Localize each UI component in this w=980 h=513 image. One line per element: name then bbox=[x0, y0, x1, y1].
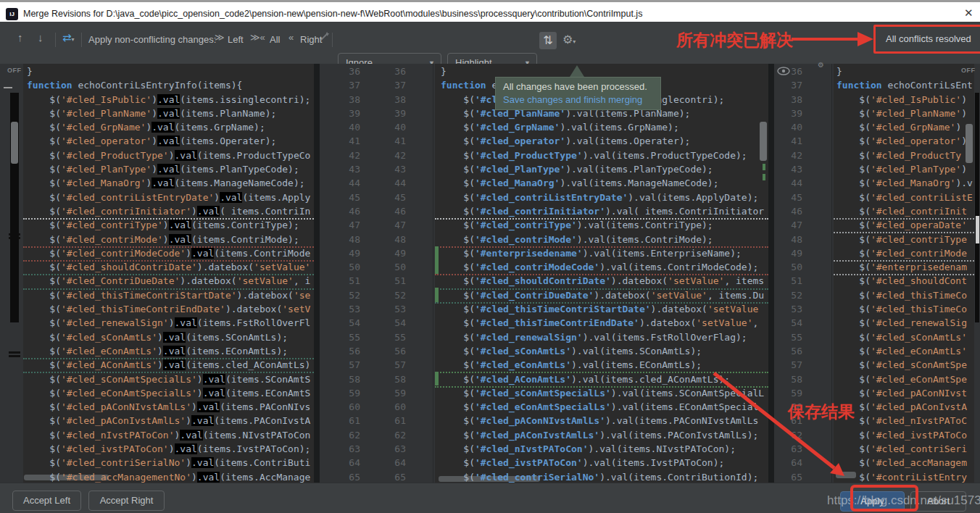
apply-left-button[interactable]: Left bbox=[228, 34, 244, 45]
code-line: $('#cled_ContriDueDate').datebox('setVal… bbox=[441, 288, 768, 302]
line-number: 65 bbox=[330, 470, 360, 483]
line-number: 45 bbox=[375, 191, 406, 204]
code-line: $('#cled_GrpName').val(items.GrpName); bbox=[441, 120, 768, 134]
code-line: $('#cled_PlanType') bbox=[836, 162, 974, 176]
panel-divider[interactable] bbox=[314, 64, 320, 483]
line-number: 60 bbox=[330, 400, 360, 414]
left-code[interactable]: }function echoContriLsEntryInfo(items){ … bbox=[27, 64, 314, 483]
intellij-logo-icon: IJ bbox=[6, 8, 18, 20]
close-icon[interactable]: ✕ bbox=[964, 7, 973, 20]
result-line-numbers-left: 3637383940414243444546474849505152535455… bbox=[330, 64, 360, 483]
code-line: $('#cled_thisTimeContriEndDate').datebox… bbox=[27, 302, 314, 316]
annotation-box-resolved bbox=[873, 25, 980, 54]
right-error-stripe-marks bbox=[975, 93, 979, 322]
apply-non-conflicting-label: Apply non-conflicting changes: bbox=[88, 34, 216, 45]
code-line: $('#cled_contriSerialNo').val(items.Cont… bbox=[27, 456, 314, 470]
line-number: 43 bbox=[375, 162, 406, 176]
line-number: 39 bbox=[375, 107, 406, 120]
line-number: 52 bbox=[330, 288, 360, 302]
line-number: 52 bbox=[375, 288, 406, 302]
apply-all-button[interactable]: All bbox=[270, 34, 280, 45]
line-number: 41 bbox=[375, 134, 406, 148]
gear-icon[interactable]: ⚙ bbox=[818, 61, 824, 69]
code-line: $('#cled_PlanType').val(items.PlanTypeCo… bbox=[441, 162, 768, 176]
line-number: 50 bbox=[375, 260, 406, 274]
line-number: 46 bbox=[771, 204, 802, 218]
code-line: $('#cled_renewalSign').val(items.FstRoll… bbox=[27, 316, 314, 330]
left-scrollbar-thumb[interactable] bbox=[11, 122, 18, 164]
line-number: 37 bbox=[771, 78, 802, 92]
code-line: $('#cled_contriModeCode').val(items.Cont… bbox=[441, 260, 768, 274]
line-number: 54 bbox=[375, 316, 406, 330]
line-number: 41 bbox=[771, 134, 802, 148]
code-line: $('#cled_contriMode').val(items.ContriMo… bbox=[27, 233, 314, 246]
previous-change-button[interactable]: ↑ bbox=[17, 31, 23, 43]
line-number: 51 bbox=[375, 274, 406, 288]
code-line: $('#cled_eConAmtSpecialLs').val(items.EC… bbox=[27, 386, 314, 400]
next-change-button[interactable]: ↓ bbox=[38, 31, 43, 43]
line-number: 40 bbox=[375, 120, 406, 134]
line-number: 55 bbox=[375, 330, 406, 344]
code-line: $('#cled_ManaOrg').val(items.ManageNameC… bbox=[441, 176, 768, 190]
line-number: 45 bbox=[771, 191, 802, 204]
code-line: $('#cled_GrpName').val(items.GrpName); bbox=[27, 120, 314, 134]
code-line: $('#cled_contriListEntryDate').val(items… bbox=[27, 191, 314, 204]
line-number: 39 bbox=[771, 107, 802, 120]
code-line: $('#cled_renewalSign').val(items.FstRoll… bbox=[441, 330, 768, 344]
apply-all-chevron-icon[interactable]: ≫« bbox=[250, 32, 265, 43]
code-line: $('#cled_pAConIvstAmlLs').val(items.PACo… bbox=[27, 414, 314, 428]
code-line: $('#cled_IsPublic').val(items.issingleco… bbox=[27, 93, 314, 107]
code-line: $('#cled_sConAmtLs' bbox=[836, 330, 974, 344]
save-and-finish-link[interactable]: Save changes and finish merging bbox=[503, 94, 642, 105]
diff-toolbar: ↑ ↓ ⇄▾ Apply non-conflicting changes: ≫ … bbox=[0, 22, 980, 64]
code-line: $('#cled_PlanType').val(items.PlanTypeCo… bbox=[27, 162, 314, 176]
accept-left-button[interactable]: Accept Left bbox=[12, 491, 81, 511]
gear-icon[interactable]: ⚙▾ bbox=[562, 33, 576, 46]
line-number: 51 bbox=[771, 274, 802, 288]
accept-right-button[interactable]: Accept Right bbox=[88, 491, 165, 511]
apply-right-chevron-icon[interactable]: « bbox=[288, 32, 294, 43]
eye-icon[interactable] bbox=[777, 67, 790, 75]
line-number: 43 bbox=[771, 162, 802, 176]
code-line: $('#cled_thisTimeContriStartDate').dateb… bbox=[441, 302, 768, 316]
tooltip-message: All changes have been processed. bbox=[503, 81, 647, 92]
code-line: $('#cled_contriMode bbox=[836, 246, 974, 260]
code-line: } bbox=[836, 64, 974, 78]
code-line: $('#cled_PlanName') bbox=[836, 107, 974, 120]
code-line: $('#cled_ProductTy bbox=[836, 149, 974, 162]
apply-all-non-conflicting-icon[interactable]: ⇄▾ bbox=[62, 31, 75, 44]
code-line: $('#cled_AConAmtLs').val(items.cled_ACon… bbox=[27, 358, 314, 372]
code-line: $('#cled_ManaOrg').v bbox=[836, 176, 974, 190]
line-number: 37 bbox=[375, 78, 406, 92]
code-line: $('#cled_contriInitiator').val( items.Co… bbox=[441, 204, 768, 218]
apply-left-chevron-icon[interactable]: ≫ bbox=[215, 32, 225, 43]
magic-resolve-icon[interactable] bbox=[319, 30, 331, 42]
line-number: 56 bbox=[330, 344, 360, 358]
right-stripe-thumb[interactable] bbox=[976, 216, 979, 243]
code-line: $('#cled_accManagementNo').val(items.Acc… bbox=[27, 470, 314, 483]
left-soft-wrap-off-label: OFF bbox=[7, 67, 22, 74]
line-number: 36 bbox=[330, 64, 360, 78]
code-line: $('#cled_ContriDueDate').datebox('setVal… bbox=[27, 274, 314, 288]
line-number: 48 bbox=[330, 233, 360, 246]
code-line: $('#cled_contriListEntryDate').val(items… bbox=[441, 191, 768, 204]
window-title: Merge Revisions for D:\java_code\picc_op… bbox=[23, 9, 642, 19]
line-number: 63 bbox=[375, 442, 406, 456]
code-line: $('#cled_shouldCont bbox=[836, 274, 974, 288]
annotation-conflicts-resolved-note: 所有冲突已解决 bbox=[676, 29, 793, 51]
code-line: $('#cled_ManaOrg').val(items.ManageNameC… bbox=[27, 176, 314, 190]
line-number: 50 bbox=[330, 260, 360, 274]
sync-scrolling-icon[interactable]: ⇅ bbox=[539, 32, 557, 49]
code-line: $('#cled_IsPublic') bbox=[836, 93, 974, 107]
annotation-box-apply bbox=[850, 485, 918, 512]
code-line: $('#cled_renewalSig bbox=[836, 316, 974, 330]
line-number: 58 bbox=[330, 372, 360, 386]
fold-marker[interactable] bbox=[4, 87, 12, 88]
line-number: 59 bbox=[330, 386, 360, 400]
code-line: $('#cled_operator') bbox=[836, 134, 974, 148]
code-line: $('#cled_operaDate' bbox=[836, 218, 974, 232]
code-line: $('#cled_contriInitiator').val( items.Co… bbox=[27, 204, 314, 218]
line-number: 53 bbox=[375, 302, 406, 316]
code-line: $('#cled_contriType').val(items.ContriTy… bbox=[27, 218, 314, 232]
line-number: 55 bbox=[330, 330, 360, 344]
